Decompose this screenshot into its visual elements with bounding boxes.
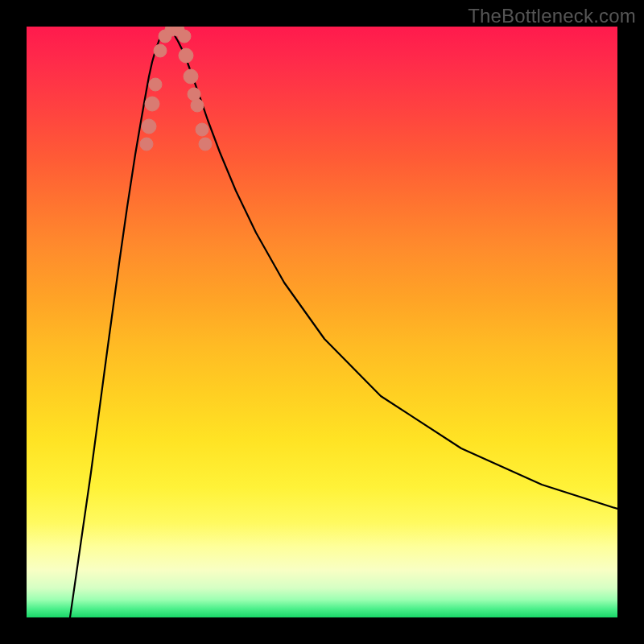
marker-group (140, 27, 212, 151)
marker-dot (188, 88, 200, 101)
marker-dot (140, 138, 153, 151)
marker-dot (178, 30, 191, 43)
curve-path (70, 28, 617, 617)
bottleneck-curve (27, 27, 617, 617)
marker-dot (149, 78, 162, 91)
marker-dot (199, 138, 212, 151)
marker-dot (145, 97, 159, 111)
marker-dot (179, 48, 193, 63)
marker-dot (191, 99, 204, 112)
marker-dot (184, 69, 198, 84)
marker-dot (196, 123, 208, 136)
chart-frame: TheBottleneck.com (0, 0, 644, 644)
watermark-text: TheBottleneck.com (468, 5, 636, 27)
plot-area (27, 27, 617, 617)
marker-dot (142, 119, 156, 134)
marker-dot (154, 44, 167, 57)
